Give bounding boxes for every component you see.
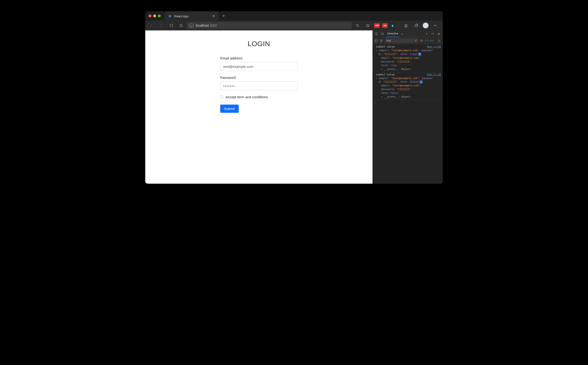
log-object-summary[interactable]: {email: "test@example.com", passwor d: "… (376, 77, 441, 84)
more-menu-icon[interactable] (431, 21, 439, 29)
svg-point-7 (435, 25, 435, 26)
terms-row: Accept term and conditions (220, 95, 298, 99)
log-proto[interactable]: __proto__: Object (376, 67, 441, 71)
favorite-icon[interactable] (364, 21, 372, 29)
log-kv-password: password: "1111111" (376, 60, 441, 64)
web-page: LOGIN Email address Password Accept term… (145, 30, 372, 184)
forward-button[interactable] (157, 21, 165, 29)
extension-circle-icon[interactable]: ◐ (390, 23, 395, 28)
svg-rect-16 (375, 40, 378, 42)
info-badge-icon[interactable]: i (420, 80, 423, 84)
extension-abp-icon[interactable]: ABP (374, 23, 380, 28)
log-kv-email: email: "test@example.com" (376, 84, 441, 87)
log-object-summary[interactable]: {email: "test@example.com", passwor d: "… (376, 49, 441, 56)
clear-console-icon[interactable] (380, 39, 383, 42)
svg-point-4 (356, 24, 358, 26)
log-label: submit value (376, 73, 394, 77)
console-prompt[interactable] (373, 100, 443, 105)
info-badge-icon[interactable]: i (418, 53, 421, 56)
live-expression-icon[interactable] (420, 39, 423, 42)
devtools-panel: Console » ✕ top▼ (372, 30, 443, 184)
console-log-entry: submit value App.js:18 {email: "test@exa… (373, 44, 443, 72)
toolbar-right: ABP uO ◐ (354, 21, 440, 29)
toolbar-divider (399, 23, 399, 28)
console-settings-icon[interactable] (438, 39, 441, 42)
devtools-close-button[interactable]: ✕ (437, 32, 441, 36)
browser-toolbar: i localhost:3000 ABP uO ◐ (145, 21, 443, 30)
minimize-window-button[interactable] (153, 14, 156, 17)
terms-checkbox[interactable] (220, 95, 223, 98)
terms-label: Accept term and conditions (225, 95, 268, 99)
email-group: Email address (220, 56, 298, 71)
devtools-tabs: Console » ✕ (373, 30, 443, 37)
react-favicon-icon (168, 14, 172, 18)
svg-point-14 (432, 34, 433, 34)
password-label: Password (220, 76, 298, 80)
extension-ublock-icon[interactable]: uO (382, 23, 388, 28)
browser-tab[interactable]: React App (165, 11, 219, 21)
close-window-button[interactable] (149, 14, 151, 17)
log-source-link[interactable]: App.js:18 (427, 73, 441, 77)
console-sidebar-toggle-icon[interactable] (375, 39, 378, 42)
log-kv-password: password: "1111111" (376, 87, 441, 91)
new-tab-button[interactable]: + (220, 12, 228, 20)
log-kv-term: term: true (376, 64, 441, 67)
browser-window: React App + i localhost:3000 (145, 11, 443, 184)
content-area: LOGIN Email address Password Accept term… (145, 30, 443, 184)
inspect-element-icon[interactable] (375, 32, 378, 35)
zoom-icon[interactable] (354, 21, 362, 29)
email-field[interactable] (220, 62, 298, 71)
submit-button[interactable]: Submit (220, 105, 239, 113)
reload-button[interactable] (167, 21, 175, 29)
home-button[interactable] (177, 21, 185, 29)
svg-point-12 (426, 33, 427, 34)
login-form: LOGIN Email address Password Accept term… (220, 40, 298, 113)
email-label: Email address (220, 56, 298, 60)
context-selector[interactable]: top▼ (385, 38, 418, 43)
titlebar: React App + (145, 11, 443, 21)
log-label: submit value (376, 45, 394, 49)
svg-point-6 (434, 25, 434, 26)
password-group: Password (220, 76, 298, 90)
svg-point-18 (421, 40, 422, 41)
log-proto[interactable]: __proto__: Object (376, 95, 441, 99)
maximize-window-button[interactable] (158, 14, 161, 17)
log-source-link[interactable]: App.js:18 (427, 45, 441, 49)
log-kv-term: term: false (376, 91, 441, 95)
password-field[interactable] (220, 81, 298, 90)
page-title: LOGIN (220, 40, 298, 48)
console-output[interactable]: submit value App.js:18 {email: "test@exa… (373, 44, 443, 184)
svg-rect-11 (383, 33, 384, 35)
devtools-filter-bar: top▼ (373, 37, 443, 44)
profile-avatar[interactable] (423, 22, 429, 28)
site-info-icon[interactable]: i (189, 23, 194, 28)
window-controls (149, 14, 161, 17)
close-tab-button[interactable] (211, 13, 216, 19)
more-tabs-icon[interactable]: » (401, 32, 403, 35)
devtools-more-icon[interactable] (431, 32, 434, 35)
tab-title: React App (174, 14, 209, 18)
log-kv-email: email: "test@example.com" (376, 56, 441, 60)
device-toolbar-icon[interactable] (380, 32, 384, 35)
back-button[interactable] (148, 21, 156, 29)
svg-point-15 (433, 34, 434, 34)
svg-point-8 (436, 25, 436, 26)
favorites-list-icon[interactable] (402, 21, 410, 29)
console-tab[interactable]: Console (386, 30, 399, 37)
collections-icon[interactable] (412, 21, 420, 29)
console-filter-input[interactable] (425, 39, 436, 42)
url-text: localhost:3000 (196, 24, 217, 27)
svg-point-13 (431, 34, 432, 34)
address-bar[interactable]: i localhost:3000 (187, 22, 352, 29)
devtools-customize-icon[interactable] (425, 32, 428, 35)
console-log-entry: submit value App.js:18 {email: "test@exa… (373, 72, 443, 100)
svg-point-0 (170, 16, 170, 17)
svg-point-19 (439, 40, 440, 41)
